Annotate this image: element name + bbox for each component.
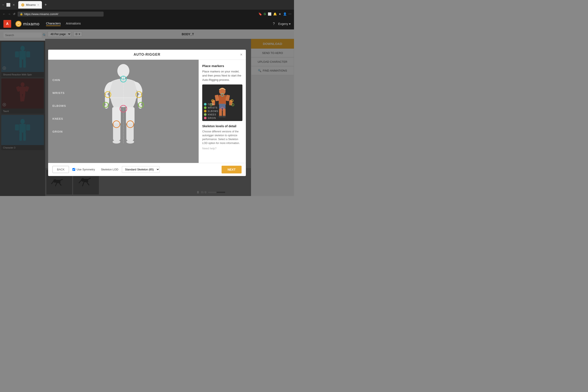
place-markers-text: Place markers on your model, and then pr… bbox=[202, 70, 242, 82]
skeleton-lod-text: Choose different versions of the autorig… bbox=[202, 130, 242, 145]
marker-label-knees: KNEES bbox=[52, 117, 66, 120]
avatar[interactable]: 👤 bbox=[283, 12, 287, 16]
chin-dot bbox=[204, 103, 206, 106]
marker-label-wrists: WRISTS bbox=[52, 91, 66, 94]
svg-rect-64 bbox=[219, 104, 226, 109]
more-icon[interactable]: ⋯ bbox=[288, 12, 292, 16]
nav-animations[interactable]: Animations bbox=[66, 22, 80, 26]
modal-title: AUTO-RIGGER bbox=[134, 53, 160, 56]
address-box[interactable]: 🔒 https://www.mixamo.com/#/ bbox=[18, 12, 104, 16]
model-3d-viewport[interactable]: CHIN WRISTS ELBOWS KNEES GROIN bbox=[48, 60, 198, 163]
svg-rect-71 bbox=[219, 116, 222, 117]
lock-icon: 🔒 bbox=[20, 12, 23, 16]
svg-rect-45 bbox=[126, 107, 134, 124]
tab-close-icon[interactable]: × bbox=[38, 4, 39, 6]
tab-favicon: M bbox=[21, 4, 24, 6]
grammarly-icon[interactable]: G bbox=[264, 12, 266, 16]
url-text: https://www.mixamo.com/#/ bbox=[24, 12, 58, 16]
marker-label-elbows: ELBOWS bbox=[52, 104, 66, 108]
back-button[interactable]: BACK bbox=[52, 166, 69, 173]
mixamo-icon bbox=[16, 21, 22, 27]
skeleton-lod-label: Skeleton LOD bbox=[101, 168, 118, 171]
info-legend: CHIN WRISTS ELBOWS bbox=[204, 103, 218, 119]
star-icon[interactable]: ★ bbox=[278, 12, 281, 16]
skeleton-lod-title: Skeleton levels of detail bbox=[202, 124, 242, 128]
minimize-icon[interactable]: − bbox=[2, 3, 4, 7]
svg-rect-72 bbox=[222, 116, 226, 117]
svg-point-0 bbox=[17, 22, 20, 26]
need-help-text: Need help? bbox=[202, 147, 242, 150]
modal-footer: BACK Use Symmetry Skeleton LOD Standard … bbox=[48, 163, 246, 176]
legend-wrists: WRISTS bbox=[204, 106, 218, 109]
app-nav: Characters Animations bbox=[46, 22, 81, 26]
nav-refresh-icon[interactable]: ↺ bbox=[13, 12, 16, 16]
help-icon[interactable]: ? bbox=[273, 22, 275, 26]
skeleton-lod-select[interactable]: Standard Skeleton (65) No Fingers (35) H… bbox=[122, 166, 160, 173]
legend-groin: GROIN bbox=[204, 117, 218, 119]
modal-overlay: AUTO-RIGGER × bbox=[0, 30, 294, 196]
close-icon[interactable]: × bbox=[13, 3, 14, 7]
legend-chin: CHIN bbox=[204, 103, 218, 106]
nav-forward-icon[interactable]: → bbox=[8, 12, 11, 16]
browser-tab[interactable]: M Mixamo × bbox=[18, 1, 42, 8]
legend-knees: KNEES bbox=[204, 113, 218, 116]
auto-rigger-modal: AUTO-RIGGER × bbox=[48, 50, 246, 176]
marker-labels: CHIN WRISTS ELBOWS KNEES GROIN bbox=[52, 78, 66, 133]
app-header-right: ? Evgeny ▾ bbox=[273, 22, 291, 26]
tab-title: Mixamo bbox=[26, 3, 36, 6]
next-button[interactable]: NEXT bbox=[222, 166, 242, 174]
modal-body: CHIN WRISTS ELBOWS KNEES GROIN Place mar… bbox=[48, 60, 246, 163]
modal-header: AUTO-RIGGER × bbox=[48, 50, 246, 60]
svg-point-50 bbox=[122, 78, 124, 80]
symmetry-label: Use Symmetry bbox=[76, 168, 95, 171]
human-model-svg bbox=[89, 60, 158, 163]
legend-elbows: ELBOWS bbox=[204, 110, 218, 112]
address-bar: ← → ↺ 🔒 https://www.mixamo.com/#/ 🔖 G ⬜ … bbox=[0, 10, 294, 18]
elbows-dot bbox=[204, 110, 206, 112]
new-tab-icon[interactable]: + bbox=[44, 2, 47, 7]
info-reference-image: CHIN WRISTS ELBOWS bbox=[202, 84, 242, 121]
place-markers-title: Place markers bbox=[202, 64, 242, 68]
use-symmetry-checkbox[interactable]: Use Symmetry bbox=[72, 168, 95, 171]
svg-rect-42 bbox=[112, 107, 121, 124]
groin-dot bbox=[204, 117, 206, 119]
app-body: 🔍 bbox=[0, 30, 294, 196]
nav-characters[interactable]: Characters bbox=[46, 22, 60, 26]
marker-label-groin: GROIN bbox=[52, 130, 66, 133]
mixamo-logo: mixamo bbox=[16, 21, 40, 27]
svg-point-44 bbox=[112, 140, 120, 144]
ext-icon-2[interactable]: ⬜ bbox=[268, 12, 272, 16]
knees-dot bbox=[204, 113, 206, 116]
browser-chrome: − ⬜ × M Mixamo × + bbox=[0, 0, 294, 10]
bookmark-icon[interactable]: 🔖 bbox=[258, 12, 262, 16]
wrists-dot bbox=[204, 106, 206, 109]
modal-close-button[interactable]: × bbox=[240, 52, 242, 57]
svg-point-47 bbox=[126, 140, 134, 144]
ext-icon-3[interactable]: 🔔 bbox=[273, 12, 277, 16]
user-menu[interactable]: Evgeny ▾ bbox=[278, 22, 290, 26]
app-header: A mixamo Characters Animations ? Evgeny … bbox=[0, 18, 294, 30]
browser-extension-icons: 🔖 G ⬜ 🔔 ★ 👤 ⋯ bbox=[258, 12, 292, 16]
symmetry-checkbox-input[interactable] bbox=[72, 168, 75, 171]
nav-back-icon[interactable]: ← bbox=[2, 12, 6, 16]
maximize-icon[interactable]: ⬜ bbox=[6, 3, 10, 7]
marker-label-chin: CHIN bbox=[52, 78, 66, 82]
mixamo-brand-text: mixamo bbox=[23, 22, 40, 26]
info-panel: Place markers Place markers on your mode… bbox=[198, 60, 246, 163]
adobe-logo: A bbox=[4, 20, 11, 28]
